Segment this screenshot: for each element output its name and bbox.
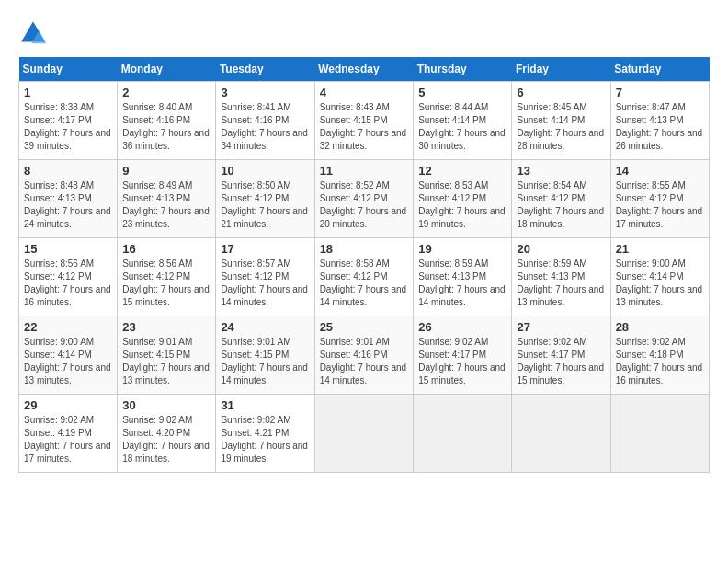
- day-info: Sunrise: 9:01 AM Sunset: 4:15 PM Dayligh…: [221, 336, 309, 387]
- calendar-day-14: 14Sunrise: 8:55 AM Sunset: 4:12 PM Dayli…: [610, 160, 709, 238]
- day-info: Sunrise: 9:02 AM Sunset: 4:17 PM Dayligh…: [517, 336, 605, 387]
- calendar-day-22: 22Sunrise: 9:00 AM Sunset: 4:14 PM Dayli…: [19, 316, 118, 395]
- day-number: 7: [616, 86, 704, 99]
- day-number: 4: [320, 86, 409, 99]
- calendar-day-15: 15Sunrise: 8:56 AM Sunset: 4:12 PM Dayli…: [19, 238, 118, 316]
- weekday-header-tuesday: Tuesday: [216, 57, 314, 82]
- calendar-table: SundayMondayTuesdayWednesdayThursdayFrid…: [18, 57, 710, 473]
- day-number: 18: [320, 242, 409, 256]
- calendar-day-20: 20Sunrise: 8:59 AM Sunset: 4:13 PM Dayli…: [512, 238, 610, 316]
- calendar-day-1: 1Sunrise: 8:38 AM Sunset: 4:17 PM Daylig…: [19, 82, 118, 160]
- calendar-week-5: 29Sunrise: 9:02 AM Sunset: 4:19 PM Dayli…: [19, 395, 710, 473]
- calendar-week-2: 8Sunrise: 8:48 AM Sunset: 4:13 PM Daylig…: [19, 160, 710, 238]
- logo-icon: [18, 18, 48, 48]
- day-info: Sunrise: 8:58 AM Sunset: 4:12 PM Dayligh…: [320, 258, 409, 309]
- day-number: 28: [616, 320, 704, 334]
- calendar-day-26: 26Sunrise: 9:02 AM Sunset: 4:17 PM Dayli…: [414, 316, 512, 395]
- day-info: Sunrise: 9:02 AM Sunset: 4:21 PM Dayligh…: [221, 414, 309, 465]
- day-info: Sunrise: 8:44 AM Sunset: 4:14 PM Dayligh…: [418, 101, 506, 153]
- day-info: Sunrise: 8:56 AM Sunset: 4:12 PM Dayligh…: [24, 258, 112, 309]
- day-number: 5: [418, 86, 506, 99]
- day-number: 8: [24, 164, 112, 178]
- day-info: Sunrise: 9:02 AM Sunset: 4:17 PM Dayligh…: [418, 336, 506, 387]
- day-info: Sunrise: 9:02 AM Sunset: 4:19 PM Dayligh…: [24, 414, 112, 465]
- day-info: Sunrise: 8:55 AM Sunset: 4:12 PM Dayligh…: [616, 179, 704, 231]
- calendar-day-2: 2Sunrise: 8:40 AM Sunset: 4:16 PM Daylig…: [118, 82, 216, 160]
- calendar-day-16: 16Sunrise: 8:56 AM Sunset: 4:12 PM Dayli…: [118, 238, 216, 316]
- calendar-week-1: 1Sunrise: 8:38 AM Sunset: 4:17 PM Daylig…: [19, 82, 710, 160]
- day-number: 30: [122, 398, 210, 412]
- calendar-week-4: 22Sunrise: 9:00 AM Sunset: 4:14 PM Dayli…: [19, 316, 710, 395]
- day-info: Sunrise: 8:59 AM Sunset: 4:13 PM Dayligh…: [517, 258, 605, 309]
- day-number: 27: [517, 320, 605, 334]
- weekday-header-wednesday: Wednesday: [314, 57, 414, 82]
- logo: [18, 18, 53, 48]
- empty-cell: [512, 395, 610, 473]
- day-info: Sunrise: 9:01 AM Sunset: 4:15 PM Dayligh…: [122, 336, 210, 387]
- day-info: Sunrise: 8:56 AM Sunset: 4:12 PM Dayligh…: [122, 258, 210, 309]
- day-number: 6: [517, 86, 605, 99]
- calendar-week-3: 15Sunrise: 8:56 AM Sunset: 4:12 PM Dayli…: [19, 238, 710, 316]
- day-number: 21: [616, 242, 704, 256]
- day-number: 22: [24, 320, 112, 334]
- calendar-day-9: 9Sunrise: 8:49 AM Sunset: 4:13 PM Daylig…: [118, 160, 216, 238]
- calendar-day-18: 18Sunrise: 8:58 AM Sunset: 4:12 PM Dayli…: [314, 238, 414, 316]
- day-info: Sunrise: 8:59 AM Sunset: 4:13 PM Dayligh…: [418, 258, 506, 309]
- calendar-day-25: 25Sunrise: 9:01 AM Sunset: 4:16 PM Dayli…: [314, 316, 414, 395]
- page-header: [18, 18, 710, 48]
- weekday-header-friday: Friday: [512, 57, 610, 82]
- day-number: 26: [418, 320, 506, 334]
- calendar-day-7: 7Sunrise: 8:47 AM Sunset: 4:13 PM Daylig…: [610, 82, 709, 160]
- day-info: Sunrise: 8:41 AM Sunset: 4:16 PM Dayligh…: [221, 101, 309, 153]
- calendar-day-12: 12Sunrise: 8:53 AM Sunset: 4:12 PM Dayli…: [414, 160, 512, 238]
- day-info: Sunrise: 8:57 AM Sunset: 4:12 PM Dayligh…: [221, 258, 309, 309]
- weekday-header-monday: Monday: [118, 57, 216, 82]
- calendar-day-30: 30Sunrise: 9:02 AM Sunset: 4:20 PM Dayli…: [118, 395, 216, 473]
- day-info: Sunrise: 9:02 AM Sunset: 4:20 PM Dayligh…: [122, 414, 210, 465]
- day-info: Sunrise: 9:01 AM Sunset: 4:16 PM Dayligh…: [320, 336, 409, 387]
- day-number: 19: [418, 242, 506, 256]
- day-number: 10: [221, 164, 309, 178]
- day-number: 1: [24, 86, 112, 99]
- day-info: Sunrise: 8:53 AM Sunset: 4:12 PM Dayligh…: [418, 179, 506, 231]
- calendar-day-24: 24Sunrise: 9:01 AM Sunset: 4:15 PM Dayli…: [216, 316, 314, 395]
- calendar-day-8: 8Sunrise: 8:48 AM Sunset: 4:13 PM Daylig…: [19, 160, 118, 238]
- day-info: Sunrise: 8:40 AM Sunset: 4:16 PM Dayligh…: [122, 101, 210, 153]
- day-number: 11: [320, 164, 409, 178]
- calendar-day-13: 13Sunrise: 8:54 AM Sunset: 4:12 PM Dayli…: [512, 160, 610, 238]
- day-number: 14: [616, 164, 704, 178]
- day-number: 2: [122, 86, 210, 99]
- day-info: Sunrise: 8:43 AM Sunset: 4:15 PM Dayligh…: [320, 101, 409, 153]
- calendar-day-19: 19Sunrise: 8:59 AM Sunset: 4:13 PM Dayli…: [414, 238, 512, 316]
- day-info: Sunrise: 8:38 AM Sunset: 4:17 PM Dayligh…: [24, 101, 112, 153]
- day-number: 31: [221, 398, 309, 412]
- day-number: 16: [122, 242, 210, 256]
- calendar-day-5: 5Sunrise: 8:44 AM Sunset: 4:14 PM Daylig…: [414, 82, 512, 160]
- calendar-day-23: 23Sunrise: 9:01 AM Sunset: 4:15 PM Dayli…: [118, 316, 216, 395]
- calendar-day-6: 6Sunrise: 8:45 AM Sunset: 4:14 PM Daylig…: [512, 82, 610, 160]
- weekday-header-saturday: Saturday: [610, 57, 709, 82]
- day-number: 25: [320, 320, 409, 334]
- calendar-day-17: 17Sunrise: 8:57 AM Sunset: 4:12 PM Dayli…: [216, 238, 314, 316]
- day-info: Sunrise: 8:47 AM Sunset: 4:13 PM Dayligh…: [616, 101, 704, 153]
- day-number: 23: [122, 320, 210, 334]
- calendar-day-11: 11Sunrise: 8:52 AM Sunset: 4:12 PM Dayli…: [314, 160, 414, 238]
- day-number: 13: [517, 164, 605, 178]
- day-number: 15: [24, 242, 112, 256]
- day-number: 29: [24, 398, 112, 412]
- day-info: Sunrise: 8:52 AM Sunset: 4:12 PM Dayligh…: [320, 179, 409, 231]
- calendar-day-29: 29Sunrise: 9:02 AM Sunset: 4:19 PM Dayli…: [19, 395, 118, 473]
- calendar-day-27: 27Sunrise: 9:02 AM Sunset: 4:17 PM Dayli…: [512, 316, 610, 395]
- weekday-header-thursday: Thursday: [414, 57, 512, 82]
- day-number: 20: [517, 242, 605, 256]
- day-info: Sunrise: 9:00 AM Sunset: 4:14 PM Dayligh…: [616, 258, 704, 309]
- day-info: Sunrise: 9:00 AM Sunset: 4:14 PM Dayligh…: [24, 336, 112, 387]
- day-number: 12: [418, 164, 506, 178]
- calendar-day-4: 4Sunrise: 8:43 AM Sunset: 4:15 PM Daylig…: [314, 82, 414, 160]
- day-number: 24: [221, 320, 309, 334]
- day-info: Sunrise: 8:50 AM Sunset: 4:12 PM Dayligh…: [221, 179, 309, 231]
- day-number: 9: [122, 164, 210, 178]
- empty-cell: [610, 395, 709, 473]
- calendar-day-21: 21Sunrise: 9:00 AM Sunset: 4:14 PM Dayli…: [610, 238, 709, 316]
- day-number: 17: [221, 242, 309, 256]
